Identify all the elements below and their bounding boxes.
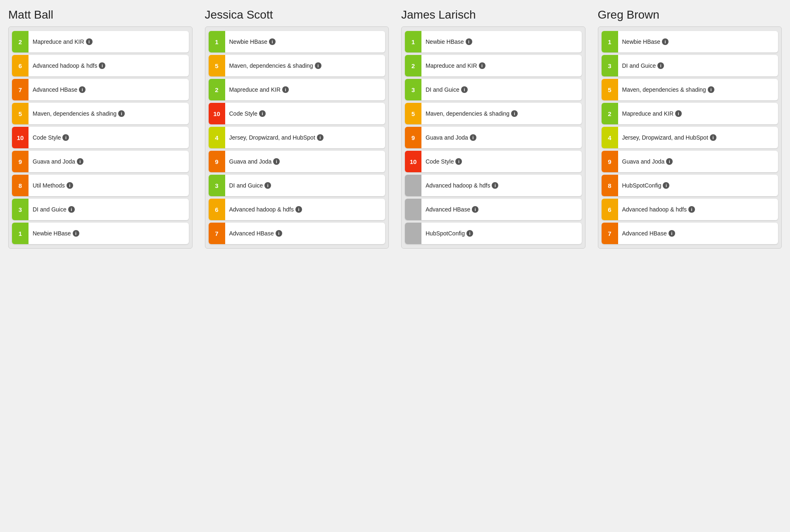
info-icon[interactable]: i [675, 110, 682, 117]
card-content: Newbie HBase i [618, 31, 778, 52]
info-icon[interactable]: i [472, 206, 478, 213]
card-label: Newbie HBase [622, 38, 661, 45]
info-icon[interactable]: i [315, 62, 321, 69]
info-icon[interactable]: i [62, 134, 69, 141]
card-content: Guava and Joda i [225, 151, 385, 172]
rank-badge: 6 [602, 199, 618, 220]
card-content: Mapreduce and KIR i [29, 31, 189, 52]
column-2: James Larisch1Newbie HBase i2Mapreduce a… [401, 8, 585, 249]
info-icon[interactable]: i [295, 206, 302, 213]
card-content: Mapreduce and KIR i [225, 79, 385, 100]
card-label: Newbie HBase [33, 230, 71, 237]
card-content: Advanced HBase i [225, 223, 385, 244]
list-item: 9Guava and Joda i [12, 151, 189, 172]
info-icon[interactable]: i [657, 62, 664, 69]
card-content: DI and Guice i [421, 79, 582, 100]
info-icon[interactable]: i [492, 182, 498, 189]
rank-badge [405, 223, 421, 244]
card-content: Maven, dependencies & shading i [29, 103, 189, 124]
info-icon[interactable]: i [317, 134, 324, 141]
rank-badge: 3 [405, 79, 421, 100]
info-icon[interactable]: i [282, 86, 289, 93]
info-icon[interactable]: i [663, 182, 669, 189]
info-icon[interactable]: i [662, 38, 669, 45]
info-icon[interactable]: i [79, 86, 86, 93]
info-icon[interactable]: i [479, 62, 485, 69]
card-label: Maven, dependencies & shading [622, 86, 706, 93]
main-container: Matt Ball2Mapreduce and KIR i6Advanced h… [8, 8, 782, 249]
rank-badge: 7 [12, 79, 29, 100]
rank-badge: 1 [209, 31, 225, 52]
list-item: HubSpotConfig i [405, 223, 582, 244]
info-icon[interactable]: i [688, 206, 695, 213]
card-content: Mapreduce and KIR i [618, 103, 778, 124]
card-content: DI and Guice i [29, 199, 189, 220]
column-3: Greg Brown1Newbie HBase i3DI and Guice i… [598, 8, 782, 249]
card-label: Advanced HBase [33, 86, 77, 93]
card-label: Code Style [426, 158, 454, 165]
card-label: DI and Guice [426, 86, 459, 93]
info-icon[interactable]: i [99, 62, 105, 69]
info-icon[interactable]: i [68, 206, 75, 213]
rank-badge: 7 [209, 223, 225, 244]
rank-badge: 5 [12, 103, 29, 124]
info-icon[interactable]: i [466, 38, 472, 45]
list-item: 9Guava and Joda i [209, 151, 385, 172]
info-icon[interactable]: i [710, 134, 716, 141]
column-title-1: Jessica Scott [205, 8, 389, 21]
card-label: Advanced hadoop & hdfs [622, 206, 687, 213]
rank-badge: 9 [602, 151, 618, 172]
rank-badge: 3 [12, 199, 29, 220]
info-icon[interactable]: i [470, 134, 476, 141]
card-label: Guava and Joda [33, 158, 75, 165]
rank-badge: 10 [405, 151, 421, 172]
info-icon[interactable]: i [86, 38, 93, 45]
info-icon[interactable]: i [455, 158, 462, 165]
list-item: 1Newbie HBase i [405, 31, 582, 52]
card-label: Guava and Joda [426, 134, 468, 141]
card-content: Advanced HBase i [618, 223, 778, 244]
card-label: DI and Guice [33, 206, 67, 213]
column-panel-0: 2Mapreduce and KIR i6Advanced hadoop & h… [8, 26, 193, 249]
list-item: 9Guava and Joda i [602, 151, 778, 172]
list-item: 6Advanced hadoop & hdfs i [602, 199, 778, 220]
card-label: Code Style [229, 110, 257, 117]
info-icon[interactable]: i [269, 38, 276, 45]
rank-badge: 1 [405, 31, 421, 52]
list-item: 1Newbie HBase i [12, 223, 189, 244]
info-icon[interactable]: i [77, 158, 83, 165]
info-icon[interactable]: i [264, 182, 271, 189]
card-content: Maven, dependencies & shading i [421, 103, 582, 124]
list-item: 10Code Style i [12, 127, 189, 148]
info-icon[interactable]: i [708, 86, 714, 93]
rank-badge: 4 [209, 127, 225, 148]
info-icon[interactable]: i [466, 230, 473, 237]
info-icon[interactable]: i [669, 230, 675, 237]
info-icon[interactable]: i [73, 230, 79, 237]
card-label: Maven, dependencies & shading [229, 62, 313, 69]
card-content: Newbie HBase i [225, 31, 385, 52]
list-item: 8HubSpotConfig i [602, 175, 778, 196]
info-icon[interactable]: i [511, 110, 518, 117]
info-icon[interactable]: i [118, 110, 125, 117]
info-icon[interactable]: i [461, 86, 468, 93]
card-content: Maven, dependencies & shading i [225, 55, 385, 76]
info-icon[interactable]: i [273, 158, 280, 165]
rank-badge: 3 [602, 55, 618, 76]
list-item: 1Newbie HBase i [209, 31, 385, 52]
card-content: Advanced hadoop & hdfs i [29, 55, 189, 76]
list-item: 5Maven, dependencies & shading i [209, 55, 385, 76]
info-icon[interactable]: i [259, 110, 266, 117]
card-label: Advanced hadoop & hdfs [229, 206, 294, 213]
card-label: Advanced hadoop & hdfs [33, 62, 97, 69]
info-icon[interactable]: i [666, 158, 673, 165]
list-item: 7Advanced HBase i [12, 79, 189, 100]
rank-badge: 9 [12, 151, 29, 172]
info-icon[interactable]: i [67, 182, 73, 189]
list-item: Advanced hadoop & hdfs i [405, 175, 582, 196]
card-label: Advanced HBase [622, 230, 667, 237]
card-label: Advanced hadoop & hdfs [426, 182, 490, 189]
rank-badge: 2 [209, 79, 225, 100]
info-icon[interactable]: i [276, 230, 282, 237]
list-item: 3DI and Guice i [405, 79, 582, 100]
